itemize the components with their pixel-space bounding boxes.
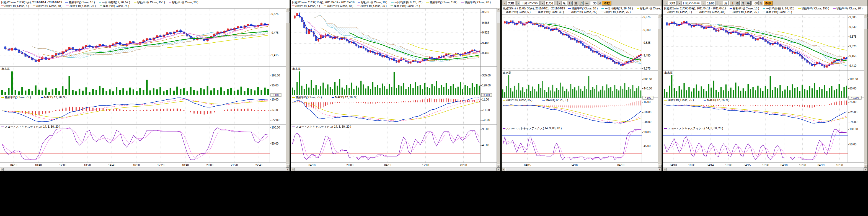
minutes-input[interactable] [590, 1, 597, 5]
instrument-dropdown[interactable]: ▼ 日経225mini [516, 1, 540, 5]
chart-toolbar: ▼ 先物 ▼ 日経225mini ▼ 11/06 ▼ 足 日 週 月 年 分 本… [663, 0, 867, 6]
chart-panel-30min: ▼ 先物 ▼ 日経225mini ▼ 11/06 ▼ 足 日 週 月 年 分 本… [501, 0, 662, 171]
macd-section-label: MACD( 12, 26, 9 ) [546, 99, 568, 102]
vertical-scrollbar[interactable]: ▲ ▼ [864, 14, 867, 167]
time-tick-label: 10:40 [35, 164, 42, 167]
scrollbar-thumb[interactable] [286, 12, 289, 23]
bar-type-dropdown[interactable]: ▼ 足 [719, 1, 728, 5]
dropdown-arrow-icon: ▼ [517, 1, 520, 5]
scrollbar-thumb[interactable] [295, 168, 497, 171]
macd-tick-label: -25.00 [849, 111, 858, 114]
period-week-button[interactable]: 週 [735, 1, 740, 5]
scroll-up-icon[interactable]: ▲ [286, 8, 289, 11]
price-tick-label: 9,465 [849, 55, 857, 58]
category-value: 先物 [668, 1, 677, 5]
category-dropdown[interactable]: ▼ 先物 [503, 1, 516, 5]
vertical-scrollbar[interactable]: ▲ ▼ [497, 8, 500, 167]
horizontal-scrollbar[interactable]: ◄ ► [0, 167, 289, 171]
volume-tick-label: 60.00 [849, 87, 857, 90]
scrollbar-thumb[interactable] [4, 168, 286, 171]
scroll-down-icon[interactable]: ▼ [497, 164, 500, 167]
contract-dropdown[interactable]: ▼ 11/06 [540, 1, 555, 5]
scrollbar-thumb[interactable] [667, 168, 864, 171]
scroll-up-icon[interactable]: ▲ [497, 8, 500, 11]
indicator-label: 移動平均( Close, 5 ) [292, 4, 320, 7]
chart-header: 日経225mini 11/06( 5分), 2011/04/14 - 2011/… [0, 0, 289, 8]
price-tick-label: 9,475 [272, 31, 278, 34]
horizontal-scrollbar[interactable]: ◄ ► [663, 167, 867, 171]
indicator-label: 移動平均( Close, 75 ) [601, 10, 630, 13]
scrollbar-thumb[interactable] [864, 18, 867, 29]
scroll-left-icon[interactable]: ◄ [663, 168, 666, 171]
horizontal-scrollbar[interactable]: ◄ ► [502, 167, 661, 171]
scroll-right-icon[interactable]: ► [286, 168, 289, 171]
chart-plot-area[interactable]: 9,5259,4759,415195.0095.0010.00-6.00-22.… [0, 8, 286, 167]
minutes-input[interactable] [751, 1, 759, 5]
bars-count-button[interactable]: 本数 [764, 1, 773, 5]
scroll-down-icon[interactable]: ▼ [286, 164, 289, 167]
vertical-scrollbar[interactable]: ▲ ▼ [286, 8, 289, 167]
period-month-button[interactable]: 月 [740, 1, 745, 5]
bars-count-button[interactable]: 本数 [602, 1, 612, 5]
period-month-button[interactable]: 月 [579, 1, 584, 5]
volume-section-label: 出来高 [503, 71, 511, 74]
chart-plot-area[interactable]: 9,6109,5659,5259,4809,440385.00190.0011.… [291, 8, 497, 167]
stoch-tick-label: 50.00 [272, 142, 278, 145]
category-dropdown[interactable]: ▼ 先物 [664, 1, 677, 5]
horizontal-scrollbar[interactable]: ◄ ► [291, 167, 500, 171]
vertical-scrollbar[interactable]: ▲ ▼ [658, 14, 661, 167]
chart-header: 日経225mini 11/06( 15分), 2011/04/14 - 2011… [291, 0, 500, 8]
scroll-down-icon[interactable]: ▼ [658, 164, 661, 167]
price-tick-label: 9,520 [849, 45, 857, 48]
scroll-right-icon[interactable]: ► [864, 168, 867, 171]
indicator-label: 移動平均( Close, 40 ) [534, 10, 564, 13]
time-tick-label: 17:20 [157, 164, 164, 167]
plot-wrap: 9,6109,5659,5259,4809,440385.00190.0011.… [291, 8, 500, 167]
scrollbar-thumb[interactable] [658, 18, 661, 29]
time-tick-label: 04/19 [384, 164, 391, 167]
scroll-right-icon[interactable]: ► [658, 168, 661, 171]
instrument-dropdown[interactable]: ▼ 日経225mini [678, 1, 701, 5]
indicator-label: 移動平均( Close, 75 ) [100, 4, 129, 7]
time-tick-label: 14:40 [108, 164, 115, 167]
period-year-button[interactable]: 年 [746, 1, 751, 5]
scrollbar-thumb[interactable] [505, 168, 658, 171]
indicator-label: 一目均衡表( 9, 26, 52 ) [763, 7, 794, 10]
scroll-left-icon[interactable]: ◄ [502, 168, 505, 171]
time-tick-label: 04/14 [707, 164, 714, 167]
indicator-label: 移動平均( Close, 5 ) [1, 4, 29, 7]
period-week-button[interactable]: 週 [574, 1, 578, 5]
scroll-up-icon[interactable]: ▲ [864, 14, 867, 17]
multiplier-badge-label: × 100 [645, 96, 651, 99]
period-day-button[interactable]: 日 [729, 1, 734, 5]
macd-tick-label: -16.00 [644, 111, 652, 114]
bar-type-dropdown[interactable]: ▼ 足 [557, 1, 567, 5]
stoch-section-label: スロー・ストキャスティクス( 14, 3, 80, 20 ) [5, 125, 60, 128]
chart-plot-area[interactable]: 9,6859,6309,5759,5209,4659,410120.0060.0… [663, 14, 864, 167]
scroll-down-icon[interactable]: ▼ [864, 164, 867, 167]
stoch-tick-label: 45.00 [482, 144, 489, 147]
macd-tick-label: -6.00 [272, 109, 278, 112]
price-tick-label: 9,415 [272, 54, 278, 57]
scroll-left-icon[interactable]: ◄ [291, 168, 294, 171]
price-tick-label: 9,565 [482, 21, 489, 24]
multiplier-badge-label: × 100 [273, 94, 279, 96]
macd-tick-label: -48.00 [644, 120, 652, 124]
time-tick-label: 21:20 [231, 164, 238, 167]
volume-tick-label: 190.00 [482, 84, 491, 87]
volume-tick-label: 195.00 [272, 74, 280, 77]
chart-plot-area[interactable]: 9,6759,6009,5259,4509,375880.00440.0016.… [502, 14, 658, 167]
time-tick-label: 04/15 [524, 164, 531, 167]
indicator-label: 移動平均( Close, 5 ) [664, 10, 692, 13]
time-tick-label: 13:20 [84, 164, 91, 167]
scroll-up-icon[interactable]: ▲ [658, 14, 661, 17]
contract-value: 11/06 [706, 2, 716, 5]
dropdown-arrow-icon: ▼ [664, 1, 668, 5]
contract-dropdown[interactable]: ▼ 11/06 [702, 1, 716, 5]
scroll-left-icon[interactable]: ◄ [0, 168, 4, 171]
period-day-button[interactable]: 日 [568, 1, 573, 5]
period-year-button[interactable]: 年 [585, 1, 589, 5]
scroll-right-icon[interactable]: ► [497, 168, 500, 171]
scrollbar-thumb[interactable] [497, 12, 500, 23]
instrument-value: 日経225mini [520, 1, 539, 5]
